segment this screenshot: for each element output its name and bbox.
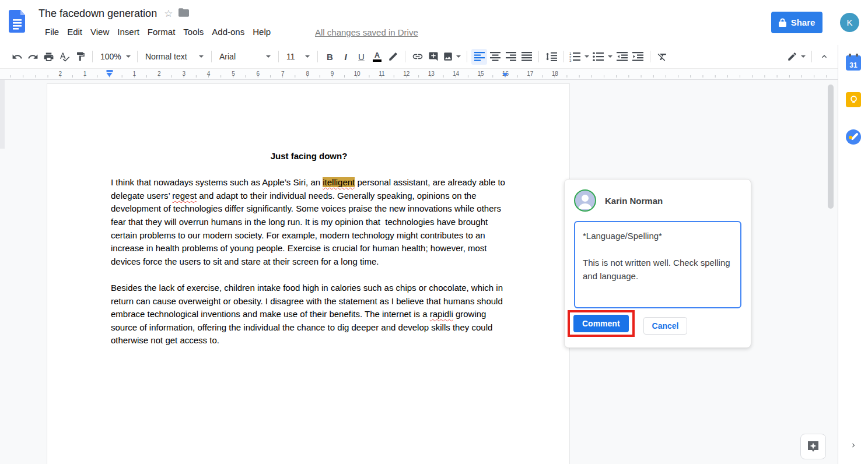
paragraph[interactable]: I think that nowadays systems such as Ap… [111,176,507,268]
comment-text-line: This is not written well. Check spelling… [583,256,733,283]
bold-button[interactable]: B [322,49,338,65]
save-status[interactable]: All changes saved in Drive [315,27,418,37]
editing-mode-button[interactable] [785,49,807,65]
menu-bar: FileEditViewInsertFormatToolsAdd-onsHelp [41,26,275,38]
insert-image-button[interactable] [441,49,463,65]
paragraph[interactable]: Besides the lack of exercise, children i… [111,282,507,347]
document-page[interactable]: Just facing down? I think that nowadays … [47,83,570,464]
zoom-select[interactable]: 100% [97,49,133,65]
toolbar-separator [405,51,405,62]
insert-link-button[interactable] [410,49,425,65]
line-spacing-button[interactable] [543,49,559,65]
align-center-button[interactable] [487,49,503,65]
comment-cancel-button[interactable]: Cancel [643,317,688,335]
share-button[interactable]: Share [771,12,822,33]
chevron-down-icon [584,55,589,58]
right-indent-marker[interactable] [502,73,508,77]
ruler-number: 10 [354,71,360,77]
ruler-number: 13 [428,71,435,77]
toolbar-separator [538,51,539,62]
toolbar-separator [467,51,467,62]
italic-button[interactable]: I [338,49,354,65]
comment-text-line: *Language/Spelling* [583,229,733,242]
google-calendar-icon[interactable]: 31 [846,55,861,71]
highlight-color-button[interactable] [385,49,401,65]
explore-button[interactable] [800,434,826,459]
google-tasks-icon[interactable] [846,129,861,145]
ruler-number: 6 [257,71,260,77]
document-title[interactable]: The facedown generation [38,8,157,20]
ruler-number: 12 [403,71,410,77]
insert-comment-button[interactable] [425,49,441,65]
text-run: and adapt to their individual needs. Gen… [111,191,503,266]
comment-card: Karin Norman *Language/Spelling* This is… [564,179,751,348]
font-size-select[interactable]: 11 [283,49,313,65]
increase-indent-button[interactable] [630,49,646,65]
ruler-number: 4 [207,71,211,77]
menu-item-edit[interactable]: Edit [63,26,86,38]
toolbar-separator [317,51,318,62]
menu-item-format[interactable]: Format [144,26,180,38]
collapse-toolbar-button[interactable] [816,49,832,65]
spellcheck-button[interactable] [57,49,72,65]
marked-word: regest [172,191,197,201]
menu-item-insert[interactable]: Insert [113,26,144,38]
ruler-number: 15 [477,71,484,77]
account-avatar[interactable]: K [840,13,859,32]
styles-select[interactable]: Normal text [142,49,207,65]
left-indent-marker[interactable] [107,70,113,77]
undo-button[interactable] [9,49,25,65]
toolbar-separator [563,51,564,62]
ruler-number: 5 [232,71,235,77]
paint-format-button[interactable] [72,49,88,65]
ruler-number: 2 [158,71,161,77]
align-left-button[interactable] [471,49,487,65]
comment-input[interactable]: *Language/Spelling* This is not written … [574,221,741,308]
align-justify-button[interactable] [519,49,534,65]
chevron-down-icon [608,55,612,58]
bulleted-list-button[interactable] [591,49,614,65]
google-docs-logo[interactable] [9,10,26,36]
vertical-scrollbar[interactable] [828,85,834,209]
side-panel: 31 [838,45,868,464]
menu-item-add-ons[interactable]: Add-ons [208,26,249,38]
chevron-down-icon [199,55,204,58]
hide-side-panel-button[interactable] [847,439,860,452]
chevron-down-icon [456,55,461,58]
ruler-number: 9 [331,71,334,77]
text-color-button[interactable]: A [369,49,385,65]
toolbar-separator [137,51,138,62]
ruler-number: 2 [58,71,62,77]
chevron-down-icon [305,55,310,58]
annotation-highlight-box: Comment [568,310,635,337]
lock-icon [779,18,786,27]
font-select[interactable]: Arial [216,49,274,65]
chevron-down-icon [801,55,806,58]
decrease-indent-button[interactable] [614,49,630,65]
redo-button[interactable] [25,49,41,65]
menu-item-file[interactable]: File [41,26,63,38]
menu-item-view[interactable]: View [86,26,113,38]
document-heading: Just facing down? [111,150,507,163]
commenter-avatar [574,189,596,212]
google-keep-icon[interactable] [846,92,861,107]
comment-submit-button[interactable]: Comment [573,315,629,332]
star-icon[interactable]: ☆ [164,8,173,20]
toolbar-separator [650,51,650,62]
align-right-button[interactable] [503,49,519,65]
ruler-number: 14 [453,71,459,77]
menu-item-tools[interactable]: Tools [179,26,208,38]
toolbar-separator [92,51,93,62]
move-to-folder-icon[interactable] [178,8,189,19]
document-text: Just facing down? I think that nowadays … [111,150,507,347]
marked-word: itelligent [323,177,355,187]
menu-item-help[interactable]: Help [249,26,275,38]
clear-formatting-button[interactable] [654,49,670,65]
chevron-down-icon [266,55,271,58]
marked-word: rapidli [430,309,453,319]
numbered-list-button[interactable]: 123 [568,49,591,65]
print-button[interactable] [41,49,57,65]
comment-text-line [583,242,733,256]
share-button-label: Share [791,17,816,27]
underline-button[interactable]: U [354,49,369,65]
